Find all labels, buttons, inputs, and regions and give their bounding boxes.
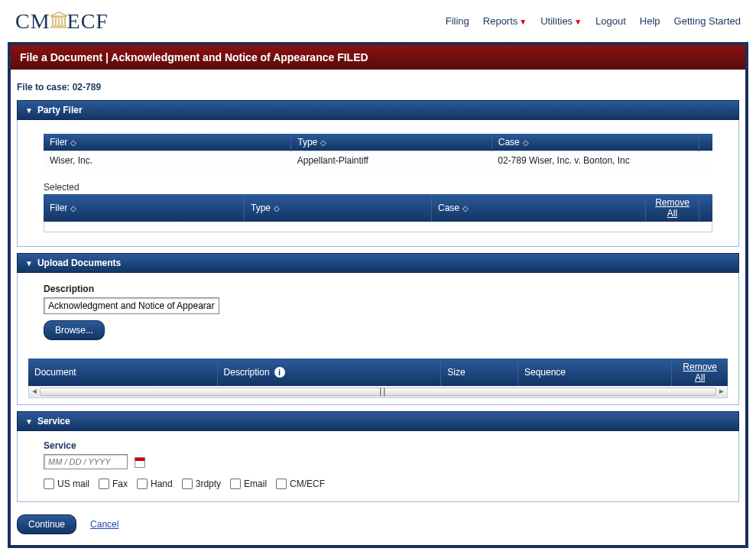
col-case[interactable]: Case◇ bbox=[432, 194, 646, 222]
check-3rdpty[interactable]: 3rdpty bbox=[182, 479, 221, 489]
col-type-label: Type bbox=[297, 137, 317, 148]
nav-help[interactable]: Help bbox=[640, 15, 660, 27]
sort-icon: ◇ bbox=[70, 138, 76, 147]
sort-icon: ◇ bbox=[523, 138, 529, 147]
horizontal-scrollbar[interactable]: ◄ ┃┃ ► bbox=[28, 386, 728, 398]
description-input[interactable] bbox=[44, 297, 219, 314]
sort-icon: ◇ bbox=[320, 138, 326, 147]
page-title: File a Document | Acknowledgment and Not… bbox=[11, 45, 745, 70]
calendar-icon[interactable] bbox=[135, 457, 145, 468]
top-bar: CM ECF Filing Reports▼ Utilities▼ bbox=[0, 0, 756, 42]
check-fax-label: Fax bbox=[112, 479, 128, 489]
col-case-label: Case bbox=[498, 137, 520, 148]
col-case-label: Case bbox=[438, 203, 459, 213]
remove-all-link[interactable]: Remove All bbox=[655, 197, 689, 219]
sort-icon: ◇ bbox=[462, 204, 469, 212]
col-type[interactable]: Type◇ bbox=[245, 194, 432, 222]
case-line: File to case: 02-789 bbox=[17, 77, 739, 100]
continue-button[interactable]: Continue bbox=[17, 514, 76, 534]
caret-down-icon: ▼ bbox=[574, 18, 582, 26]
col-sequence[interactable]: Sequence bbox=[518, 358, 671, 386]
service-panel: ▼ Service Service US mail Fax Hand 3rdpt… bbox=[17, 411, 739, 502]
party-filer-panel: ▼ Party Filer Filer◇ Type◇ Case◇ Wiser bbox=[17, 100, 739, 247]
cell-case: 02-789 Wiser, Inc. v. Bonton, Inc bbox=[492, 151, 712, 170]
service-header[interactable]: ▼ Service bbox=[17, 411, 739, 431]
col-type-label: Type bbox=[251, 203, 271, 213]
selected-label: Selected bbox=[44, 182, 712, 193]
selected-table: Filer◇ Type◇ Case◇ Remove All bbox=[44, 194, 712, 222]
checkbox-hand[interactable] bbox=[137, 479, 148, 489]
caret-down-icon: ▼ bbox=[25, 259, 33, 268]
col-spacer bbox=[699, 134, 713, 151]
service-date-input[interactable] bbox=[44, 454, 128, 469]
nav-utilities[interactable]: Utilities▼ bbox=[540, 15, 582, 27]
nav-filing[interactable]: Filing bbox=[446, 15, 469, 27]
sort-icon: ◇ bbox=[274, 204, 280, 212]
check-us-mail[interactable]: US mail bbox=[44, 479, 89, 489]
table-header-row: Document Descriptioni Size Sequence Remo… bbox=[28, 358, 728, 386]
check-cmecf[interactable]: CM/ECF bbox=[276, 479, 325, 489]
col-size-label: Size bbox=[447, 367, 465, 378]
table-row[interactable]: Wiser, Inc. Appellant-Plaintiff 02-789 W… bbox=[44, 151, 712, 170]
nav-logout[interactable]: Logout bbox=[595, 15, 626, 27]
col-filer[interactable]: Filer◇ bbox=[44, 134, 291, 151]
col-filer-label: Filer bbox=[50, 137, 67, 148]
description-label: Description bbox=[44, 284, 712, 294]
scroll-left-icon[interactable]: ◄ bbox=[30, 387, 39, 395]
footer-actions: Continue Cancel bbox=[17, 508, 739, 534]
col-size[interactable]: Size bbox=[441, 358, 518, 386]
table-header-row: Filer◇ Type◇ Case◇ bbox=[44, 134, 712, 151]
checkbox-email[interactable] bbox=[230, 479, 241, 489]
nav-utilities-label: Utilities bbox=[540, 15, 573, 27]
checkbox-cmecf[interactable] bbox=[276, 479, 287, 489]
check-hand[interactable]: Hand bbox=[137, 479, 173, 489]
cell-filer: Wiser, Inc. bbox=[44, 151, 291, 170]
nav-reports[interactable]: Reports▼ bbox=[483, 15, 527, 27]
col-remove-all: Remove All bbox=[672, 358, 728, 386]
cancel-link[interactable]: Cancel bbox=[90, 519, 118, 530]
filer-table: Filer◇ Type◇ Case◇ Wiser, Inc. Appellant… bbox=[44, 134, 712, 170]
check-fax[interactable]: Fax bbox=[99, 479, 128, 489]
nav-getting-started[interactable]: Getting Started bbox=[674, 15, 741, 27]
checkbox-us-mail[interactable] bbox=[44, 479, 54, 489]
upload-panel: ▼ Upload Documents Description Browse...… bbox=[17, 253, 739, 405]
col-spacer bbox=[699, 194, 713, 222]
upload-title: Upload Documents bbox=[37, 258, 121, 268]
col-document-label: Document bbox=[34, 367, 76, 378]
service-method-row: US mail Fax Hand 3rdpty Email CM/ECF bbox=[44, 479, 712, 489]
nav-reports-label: Reports bbox=[483, 15, 518, 27]
empty-table-body bbox=[44, 222, 712, 232]
scroll-grip-icon: ┃┃ bbox=[378, 388, 386, 396]
check-email[interactable]: Email bbox=[230, 479, 267, 489]
col-filer[interactable]: Filer◇ bbox=[44, 194, 245, 222]
remove-all-link[interactable]: Remove All bbox=[683, 362, 717, 383]
courthouse-icon bbox=[49, 9, 69, 34]
documents-table: Document Descriptioni Size Sequence Remo… bbox=[28, 358, 728, 386]
browse-button[interactable]: Browse... bbox=[44, 320, 105, 340]
col-case[interactable]: Case◇ bbox=[492, 134, 699, 151]
check-email-label: Email bbox=[244, 479, 267, 489]
sort-icon: ◇ bbox=[70, 204, 76, 212]
check-3rdpty-label: 3rdpty bbox=[196, 479, 221, 489]
party-filer-title: Party Filer bbox=[37, 105, 83, 115]
caret-down-icon: ▼ bbox=[519, 18, 527, 26]
upload-header[interactable]: ▼ Upload Documents bbox=[17, 253, 739, 273]
col-description[interactable]: Descriptioni bbox=[217, 358, 441, 386]
caret-down-icon: ▼ bbox=[25, 106, 33, 115]
check-us-mail-label: US mail bbox=[57, 479, 89, 489]
check-cmecf-label: CM/ECF bbox=[290, 479, 325, 489]
checkbox-3rdpty[interactable] bbox=[182, 479, 193, 489]
caret-down-icon: ▼ bbox=[25, 417, 33, 426]
logo: CM ECF bbox=[15, 9, 109, 34]
col-filer-label: Filer bbox=[50, 203, 67, 213]
scroll-right-icon[interactable]: ► bbox=[717, 387, 726, 395]
party-filer-header[interactable]: ▼ Party Filer bbox=[17, 100, 739, 120]
main-frame: File a Document | Acknowledgment and Not… bbox=[8, 42, 748, 548]
logo-text-cm: CM bbox=[15, 9, 50, 34]
service-label: Service bbox=[44, 440, 712, 451]
col-description-label: Description bbox=[224, 367, 270, 378]
col-type[interactable]: Type◇ bbox=[291, 134, 492, 151]
info-icon[interactable]: i bbox=[274, 367, 285, 378]
checkbox-fax[interactable] bbox=[99, 479, 109, 489]
col-document[interactable]: Document bbox=[28, 358, 217, 386]
